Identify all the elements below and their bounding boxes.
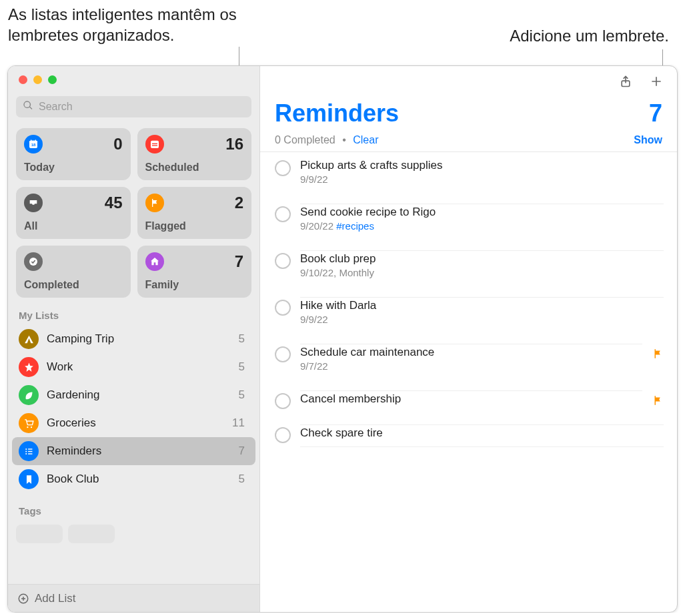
reminder-title: Schedule car maintenance [300, 346, 642, 359]
reminder-item[interactable]: Cancel membership [265, 385, 677, 419]
svg-point-9 [27, 426, 28, 428]
smart-list-today[interactable]: 180Today [16, 128, 131, 180]
list-count: 7 [649, 99, 662, 127]
reminder-item[interactable]: Check spare tire [265, 419, 677, 454]
svg-point-11 [25, 448, 27, 449]
my-lists-header: My Lists [8, 298, 259, 325]
sidebar-list-groceries[interactable]: Groceries11 [12, 409, 255, 437]
complete-checkbox[interactable] [275, 427, 291, 443]
smart-list-completed[interactable]: Completed [16, 246, 131, 298]
list-count: 7 [239, 444, 249, 458]
complete-checkbox[interactable] [275, 346, 291, 362]
minimize-window-button[interactable] [33, 75, 42, 84]
flag-icon [145, 194, 164, 212]
calendar-lines-icon [145, 135, 164, 153]
star-icon [19, 357, 39, 377]
sidebar-list-reminders[interactable]: Reminders7 [12, 437, 255, 465]
close-window-button[interactable] [19, 75, 27, 84]
house-icon [145, 252, 164, 271]
add-reminder-button[interactable] [649, 74, 664, 89]
smart-list-scheduled[interactable]: 16Scheduled [137, 128, 252, 180]
completed-count: 0 Completed [275, 134, 335, 145]
complete-checkbox[interactable] [275, 160, 291, 176]
smart-list-label: Today [24, 162, 123, 174]
zoom-window-button[interactable] [48, 75, 57, 84]
reminder-item[interactable]: Book club prep9/10/22, Monthly [265, 245, 677, 292]
add-list-button[interactable]: Add List [8, 584, 259, 612]
list-label: Reminders [47, 444, 231, 458]
complete-checkbox[interactable] [275, 300, 291, 316]
list-title: Reminders [275, 99, 399, 127]
svg-rect-14 [28, 448, 32, 449]
search-icon [23, 100, 33, 113]
tag-pill[interactable] [16, 525, 63, 543]
reminder-item[interactable]: Send cookie recipe to Rigo9/20/22 #recip… [265, 198, 677, 245]
smart-list-all[interactable]: 45All [16, 187, 131, 239]
smart-list-label: Flagged [145, 220, 244, 232]
reminder-tag[interactable]: #recipes [336, 220, 374, 232]
tags-row [8, 521, 259, 543]
tray-icon [24, 194, 43, 212]
reminder-item[interactable]: Hike with Darla9/9/22 [265, 292, 677, 338]
complete-checkbox[interactable] [275, 206, 291, 222]
flag-icon [652, 348, 664, 360]
reminder-title: Cancel membership [300, 392, 642, 406]
list-label: Gardening [47, 388, 231, 402]
smart-lists-grid: 180Today16Scheduled45All2FlaggedComplete… [8, 128, 259, 298]
svg-rect-7 [152, 145, 157, 145]
search-placeholder: Search [39, 101, 73, 113]
svg-point-12 [25, 450, 27, 452]
smart-list-family[interactable]: 7Family [137, 246, 252, 298]
reminder-meta: 9/20/22 #recipes [300, 220, 664, 232]
complete-checkbox[interactable] [275, 253, 291, 269]
smart-list-label: Completed [24, 279, 123, 291]
smart-list-count: 45 [105, 194, 123, 212]
list-icon [19, 441, 39, 461]
reminder-meta: 9/9/22 [300, 314, 664, 325]
add-list-label: Add List [35, 592, 75, 605]
smart-list-count: 16 [225, 135, 243, 153]
smart-list-count: 2 [235, 194, 243, 212]
svg-rect-3 [35, 139, 36, 141]
sidebar-list-camping[interactable]: Camping Trip5 [12, 325, 255, 353]
callout-smart-lists: As listas inteligentes mantêm os lembret… [8, 4, 261, 45]
toolbar [260, 66, 677, 97]
reminder-item[interactable]: Schedule car maintenance9/7/22 [265, 338, 677, 385]
svg-rect-15 [28, 450, 32, 451]
svg-rect-16 [28, 453, 32, 454]
smart-list-count: 0 [113, 135, 122, 153]
sidebar-list-bookclub[interactable]: Book Club5 [12, 465, 255, 493]
reminder-item[interactable]: Pickup arts & crafts supplies9/9/22 [265, 152, 677, 198]
list-count: 5 [239, 388, 249, 402]
svg-rect-5 [151, 141, 159, 148]
sidebar-list-work[interactable]: Work5 [12, 353, 255, 381]
list-count: 5 [239, 360, 249, 374]
reminder-title: Pickup arts & crafts supplies [300, 159, 664, 172]
share-button[interactable] [618, 74, 633, 89]
reminder-title: Send cookie recipe to Rigo [300, 206, 664, 219]
tent-icon [19, 329, 39, 349]
list-count: 5 [239, 473, 249, 486]
my-lists: Camping Trip5Work5Gardening5Groceries11R… [8, 325, 259, 493]
tag-pill[interactable] [68, 525, 115, 543]
sidebar-list-gardening[interactable]: Gardening5 [12, 381, 255, 409]
check-icon [24, 252, 43, 271]
complete-checkbox[interactable] [275, 393, 291, 409]
clear-completed-button[interactable]: Clear [353, 134, 378, 145]
smart-list-count: 7 [235, 252, 243, 271]
smart-list-flagged[interactable]: 2Flagged [137, 187, 252, 239]
bookmark-icon [19, 469, 39, 489]
reminder-meta: 9/7/22 [300, 360, 642, 372]
svg-text:18: 18 [31, 143, 36, 147]
smart-list-label: Scheduled [145, 162, 244, 174]
list-label: Work [47, 360, 231, 374]
calendar-icon: 18 [24, 135, 43, 153]
show-completed-button[interactable]: Show [634, 134, 662, 146]
svg-point-10 [30, 426, 31, 428]
callout-add-reminder: Adicione um lembrete. [510, 25, 669, 46]
search-input[interactable]: Search [16, 96, 251, 117]
tags-header: Tags [8, 493, 259, 521]
cart-icon [19, 413, 39, 433]
list-label: Groceries [47, 416, 224, 430]
reminder-list: Pickup arts & crafts supplies9/9/22Send … [260, 152, 677, 454]
